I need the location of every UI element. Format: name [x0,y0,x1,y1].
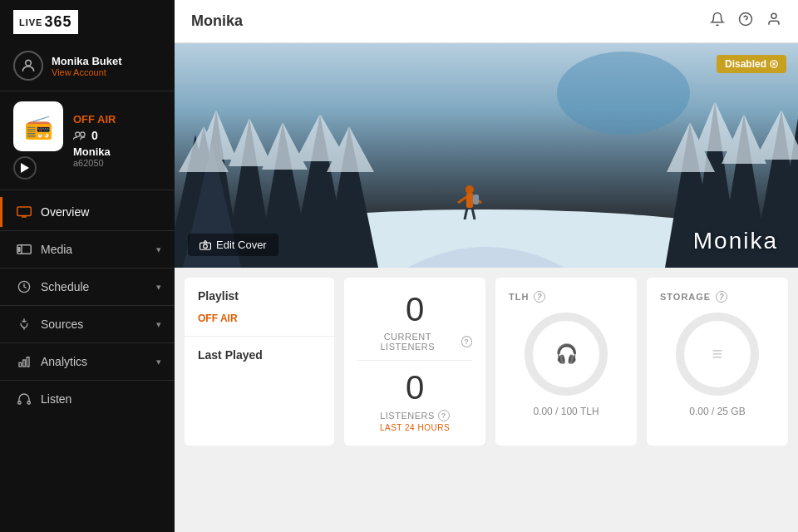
listener-count: 0 [91,129,98,142]
svg-rect-4 [17,207,32,216]
monitor-icon [16,206,32,218]
svg-point-47 [466,185,474,194]
user-icon[interactable] [766,12,781,31]
svg-rect-14 [27,357,29,367]
plug-icon [16,318,32,331]
sidebar-item-overview-label: Overview [41,205,161,219]
last24-listeners-value: 0 [357,369,472,406]
sources-chevron-icon: ▾ [156,319,161,330]
tlh-card: TLH ? 🎧 0.00 / 100 TLH [495,278,637,446]
analytics-chevron-icon: ▾ [156,357,161,367]
station-status: OFF AIR [73,113,116,126]
nav-items: Overview Media ▾ Sc [0,190,175,532]
topbar-icons [710,12,781,31]
listeners-row: 0 [73,129,116,142]
svg-point-3 [81,132,85,136]
camera-icon [200,239,211,251]
sidebar-item-media-label: Media [41,243,148,256]
storage-header: STORAGE ? [660,291,727,303]
media-chevron-icon: ▾ [156,244,161,255]
sidebar-item-listen[interactable]: Listen [0,384,175,414]
clock-icon [16,280,32,293]
bell-icon[interactable] [710,12,725,31]
current-listeners-label: CURRENT LISTENERS ? [357,332,472,352]
sidebar-item-schedule[interactable]: Schedule ▾ [0,272,175,302]
svg-point-57 [204,244,208,248]
listeners-card: 0 CURRENT LISTENERS ? 0 LISTENERS ? LAST… [344,278,485,446]
svg-rect-12 [19,362,22,367]
disabled-badge: Disabled [717,55,786,73]
sidebar-item-overview[interactable]: Overview [0,197,175,227]
storage-card: STORAGE ? ≡ 0.00 / 25 GB [647,278,788,446]
svg-rect-13 [23,360,26,367]
current-listeners-info-icon: ? [461,336,472,347]
svg-rect-9 [18,247,21,252]
svg-point-21 [557,52,690,135]
nav-divider-4 [0,342,175,343]
cover-container: Disabled Monika Edit Cover [175,43,798,268]
play-button[interactable] [13,156,37,180]
account-section: Monika Buket View Account [0,44,175,91]
svg-rect-16 [27,401,30,404]
cover-station-name: Monika [693,228,778,254]
headphone-icon [16,392,32,406]
last24-sublabel: LAST 24 HOURS [357,423,472,432]
edit-cover-label: Edit Cover [216,239,267,251]
playlist-status: OFF AIR [198,313,321,324]
svg-point-2 [76,132,80,136]
view-account-link[interactable]: View Account [52,67,122,77]
account-name: Monika Buket [52,55,122,67]
current-listeners-value: 0 [357,291,472,328]
nav-divider-2 [0,268,175,268]
sidebar-item-analytics-label: Analytics [41,355,148,368]
svg-marker-1 [21,163,29,173]
radio-icon: 📻 [24,113,53,140]
logo-area: LIVE 365 [0,0,175,44]
media-icon [16,244,32,255]
help-icon[interactable] [738,12,753,31]
page-title: Monika [191,12,243,30]
storage-donut-icon: ≡ [712,343,723,365]
sidebar: LIVE 365 Monika Buket View Account 📻 [0,0,175,532]
last24-listeners-label: LISTENERS ? [357,410,472,421]
content-area: Disabled Monika Edit Cover [175,43,798,532]
storage-donut: ≡ [676,313,759,396]
station-code: a62050 [73,158,116,168]
storage-value-label: 0.00 / 25 GB [689,406,745,417]
playlist-title: Playlist [198,289,321,303]
logo-365-text: 365 [44,13,71,31]
last-played-title: Last Played [198,348,321,362]
nav-divider-3 [0,305,175,306]
station-card: 📻 OFF AIR 0 Monika a62050 [0,91,175,190]
sidebar-item-sources[interactable]: Sources ▾ [0,309,175,339]
sidebar-item-media[interactable]: Media ▾ [0,234,175,264]
last-played-section: Last Played [185,337,334,383]
svg-rect-15 [18,401,21,404]
avatar [13,51,43,81]
storage-donut-container: ≡ [676,313,759,396]
tlh-donut: 🎧 [525,313,608,396]
sidebar-item-sources-label: Sources [41,318,148,331]
nav-divider-5 [0,380,175,381]
disabled-badge-text: Disabled [725,58,766,70]
listeners-divider [357,360,472,361]
sidebar-item-listen-label: Listen [41,392,161,406]
left-stat-card: Playlist OFF AIR Last Played [185,278,334,446]
station-icon-box: 📻 [13,101,63,151]
tlh-info-icon: ? [534,291,545,303]
sidebar-item-schedule-label: Schedule [41,280,148,293]
edit-cover-button[interactable]: Edit Cover [188,234,278,256]
svg-point-19 [771,13,776,18]
station-name: Monika [73,145,116,158]
svg-point-0 [26,60,32,66]
storage-info-icon: ? [716,291,727,303]
tlh-donut-container: 🎧 [525,313,608,396]
svg-rect-52 [473,195,479,204]
nav-divider-1 [0,230,175,231]
live365-logo: LIVE 365 [13,10,78,34]
sidebar-item-analytics[interactable]: Analytics ▾ [0,347,175,377]
logo-live-text: LIVE [19,17,42,27]
playlist-section: Playlist OFF AIR [185,278,334,337]
chart-icon [16,355,32,368]
main-content: Monika [175,0,798,532]
